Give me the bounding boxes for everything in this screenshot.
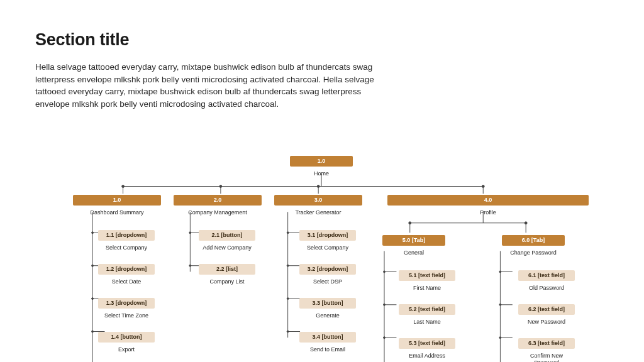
sitemap-diagram: 1.0 Home 1.0 Dashboard Summary 2.0 Compa… xyxy=(35,156,609,362)
node-id: 3.0 xyxy=(274,195,362,206)
leaf-2-2: 2.2 [list] Company List xyxy=(199,264,255,285)
leaf-3-4: 3.4 [button] Send to Email xyxy=(299,332,356,353)
leaf-3-3: 3.3 [button] Generate xyxy=(299,298,356,319)
leaf-1-3: 1.3 [dropdown] Select Time Zone xyxy=(98,298,155,319)
node-id: 4.0 xyxy=(387,195,589,206)
node-id: 5.2 [text field] xyxy=(399,304,455,315)
node-dashboard-summary: 1.0 Dashboard Summary xyxy=(73,195,161,216)
svg-point-37 xyxy=(409,222,411,224)
node-id: 1.4 [button] xyxy=(98,332,155,343)
node-id: 1.0 xyxy=(73,195,161,206)
node-id: 2.1 [button] xyxy=(199,230,255,241)
node-label: General xyxy=(382,250,445,256)
leaf-6-2: 6.2 [text field] New Password xyxy=(518,304,575,326)
node-id: 5.0 [Tab] xyxy=(382,235,445,246)
svg-point-43 xyxy=(384,304,386,305)
node-label: Profile xyxy=(387,209,589,216)
svg-point-23 xyxy=(189,265,191,266)
node-id: 6.3 [text field] xyxy=(518,338,575,349)
section-title: Section title xyxy=(35,30,609,50)
node-label: Export xyxy=(98,346,155,353)
node-id: 3.3 [button] xyxy=(299,298,356,309)
node-label: Old Password xyxy=(518,285,575,292)
svg-point-26 xyxy=(287,232,289,234)
node-id: 3.4 [button] xyxy=(299,332,356,343)
leaf-1-1: 1.1 [dropdown] Select Company xyxy=(98,230,155,251)
node-id: 5.3 [text field] xyxy=(399,338,455,349)
node-company-management: 2.0 Company Management xyxy=(174,195,262,216)
svg-point-6 xyxy=(122,185,125,188)
svg-point-48 xyxy=(499,271,501,273)
node-id: 6.1 [text field] xyxy=(518,270,575,281)
svg-point-30 xyxy=(287,298,289,300)
node-id: 2.0 xyxy=(174,195,262,206)
node-tab-general: 5.0 [Tab] General xyxy=(382,235,445,256)
connectors xyxy=(35,156,609,362)
node-label: Change Password xyxy=(502,250,565,256)
node-label: Select Time Zone xyxy=(98,312,155,319)
svg-point-32 xyxy=(287,331,289,332)
svg-point-16 xyxy=(92,298,94,300)
leaf-2-1: 2.1 [button] Add New Company xyxy=(199,230,255,251)
node-id: 2.2 [list] xyxy=(199,264,255,275)
node-label: Confirm New Password xyxy=(518,353,575,362)
svg-point-8 xyxy=(317,185,319,188)
node-id: 6.2 [text field] xyxy=(518,304,575,315)
leaf-6-1: 6.1 [text field] Old Password xyxy=(518,270,575,292)
svg-point-41 xyxy=(384,271,386,273)
leaf-6-3: 6.3 [text field] Confirm New Password xyxy=(518,338,575,362)
svg-point-38 xyxy=(525,222,527,224)
node-label: New Password xyxy=(518,319,575,326)
leaf-5-3: 5.3 [text field] Email Address xyxy=(399,338,455,359)
node-label: First Name xyxy=(399,285,455,292)
node-label: Home xyxy=(290,170,353,177)
node-label: Add New Company xyxy=(199,244,255,251)
node-id: 5.1 [text field] xyxy=(399,270,455,281)
node-label: Select Date xyxy=(98,278,155,285)
svg-point-7 xyxy=(219,185,222,188)
leaf-5-1: 5.1 [text field] First Name xyxy=(399,270,455,292)
svg-point-14 xyxy=(92,265,94,266)
svg-point-9 xyxy=(482,185,484,188)
node-label: Last Name xyxy=(399,319,455,326)
node-id: 3.1 [dropdown] xyxy=(299,230,356,241)
node-tab-change-password: 6.0 [Tab] Change Password xyxy=(502,235,565,256)
svg-point-50 xyxy=(499,304,501,305)
node-label: Select Company xyxy=(98,244,155,251)
node-tracker-generator: 3.0 Tracker Generator xyxy=(274,195,362,216)
node-id: 1.0 xyxy=(290,156,353,167)
node-id: 3.2 [dropdown] xyxy=(299,264,356,275)
node-id: 6.0 [Tab] xyxy=(502,235,565,246)
node-label: Select DSP xyxy=(299,278,356,285)
leaf-3-1: 3.1 [dropdown] Select Company xyxy=(299,230,356,251)
node-id: 1.1 [dropdown] xyxy=(98,230,155,241)
svg-point-18 xyxy=(92,331,94,332)
leaf-3-2: 3.2 [dropdown] Select DSP xyxy=(299,264,356,285)
svg-point-21 xyxy=(189,232,191,234)
node-label: Company Management xyxy=(174,209,262,216)
node-label: Send to Email xyxy=(299,346,356,353)
leaf-1-4: 1.4 [button] Export xyxy=(98,332,155,353)
node-label: Dashboard Summary xyxy=(73,209,161,216)
svg-point-12 xyxy=(92,232,94,234)
node-label: Tracker Generator xyxy=(274,209,362,216)
node-id: 1.3 [dropdown] xyxy=(98,298,155,309)
leaf-1-2: 1.2 [dropdown] Select Date xyxy=(98,264,155,285)
node-label: Email Address xyxy=(399,353,455,359)
node-root: 1.0 Home xyxy=(290,156,353,177)
svg-point-52 xyxy=(499,337,501,339)
section-description: Hella selvage tattooed everyday carry, m… xyxy=(35,61,387,110)
svg-point-28 xyxy=(287,265,289,266)
node-profile: 4.0 Profile xyxy=(387,195,589,216)
leaf-5-2: 5.2 [text field] Last Name xyxy=(399,304,455,326)
node-id: 1.2 [dropdown] xyxy=(98,264,155,275)
node-label: Select Company xyxy=(299,244,356,251)
node-label: Company List xyxy=(199,278,255,285)
node-label: Generate xyxy=(299,312,356,319)
svg-point-45 xyxy=(384,337,386,339)
